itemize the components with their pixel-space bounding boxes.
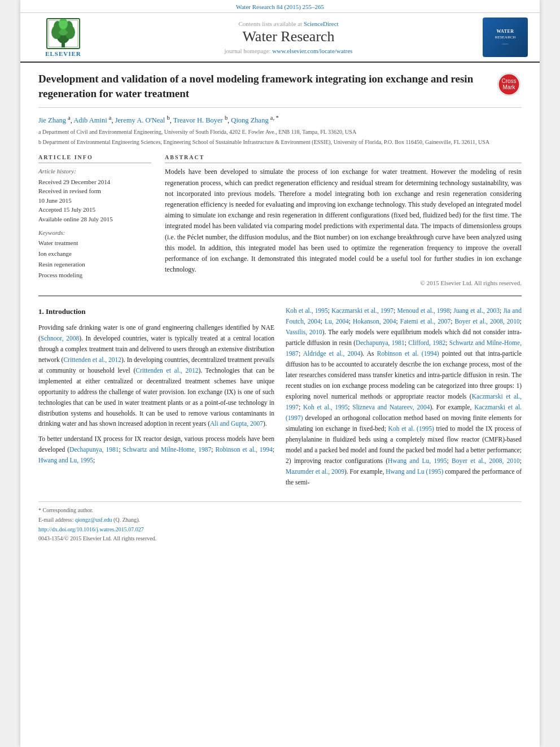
keyword-4: Process modeling (38, 270, 151, 281)
ref-hokanson-2004[interactable]: Hokanson, 2004 (353, 318, 396, 325)
svg-text:Mark: Mark (502, 84, 515, 90)
ref-aldridge-2004[interactable]: Aldridge et al., 2004 (303, 350, 361, 357)
crossmark-badge: Cross Mark (496, 72, 522, 97)
authors-section: Jie Zhang a, Adib Amini a, Jeremy A. O'N… (38, 115, 522, 125)
ref-menoud-1998[interactable]: Menoud et al., 1998 (397, 307, 449, 314)
ref-crittenden-2012a[interactable]: Crittenden et al., 2012 (63, 356, 121, 363)
article-content: Development and validation of a novel mo… (20, 63, 540, 551)
keyword-3: Resin regeneration (38, 259, 151, 270)
article-history-group: Article history: Received 29 December 20… (38, 167, 151, 224)
ref-dechapunya-1981[interactable]: Dechapunya, 1981 (69, 446, 119, 453)
received-date: Received 29 December 2014 (38, 177, 151, 187)
sciencedirect-link[interactable]: ScienceDirect (304, 20, 339, 27)
history-label: Article history: (38, 167, 151, 176)
ref-kaczmarski-1997[interactable]: Kaczmarski et al., 1997 (331, 307, 393, 314)
journal-header-center: Contents lists available at ScienceDirec… (97, 20, 480, 54)
available-date: Available online 28 July 2015 (38, 215, 151, 224)
wr-badge-subtitle: RESEARCH (495, 35, 516, 40)
wr-badge-title: WATER (496, 29, 514, 34)
journal-citation: Water Research 84 (2015) 255–265 (236, 3, 324, 10)
email-link[interactable]: qiongz@usf.edu (75, 517, 112, 523)
doi-line: http://dx.doi.org/10.1016/j.watres.2015.… (38, 526, 522, 534)
body-left-col: 1. Introduction Providing safe drinking … (38, 305, 274, 492)
article-info-abstract: Article Info Article history: Received 2… (38, 154, 522, 286)
ref-juang-2003[interactable]: Juang et al., 2003 (453, 307, 500, 314)
affiliation-a: a Department of Civil and Environmental … (38, 128, 522, 136)
ref-vassilis-2010[interactable]: Vassilis, 2010 (286, 329, 322, 335)
revised-label: Received in revised form (38, 186, 151, 196)
keyword-2: Ion exchange (38, 248, 151, 259)
revised-date: 10 June 2015 (38, 196, 151, 206)
doi-link[interactable]: http://dx.doi.org/10.1016/j.watres.2015.… (38, 526, 144, 532)
ref-hwang-lu-1995b[interactable]: Hwang and Lu, 1995 (388, 457, 447, 464)
elsevier-logo-area: ELSEVIER (29, 18, 97, 57)
elsevier-text: ELSEVIER (45, 50, 81, 57)
sciencedirect-label: Contents lists available at ScienceDirec… (97, 20, 480, 27)
ref-hwang-lu-1995[interactable]: Hwang and Lu, 1995 (38, 457, 93, 464)
ref-clifford-1982[interactable]: Clifford, 1982 (408, 339, 445, 346)
keywords-section: Keywords: Water treatment Ion exchange R… (38, 229, 151, 280)
ref-koh-1995[interactable]: Koh et al., 1995 (286, 307, 328, 314)
author-qiong-zhang: Qiong Zhang (231, 116, 268, 124)
svg-text:Cross: Cross (501, 78, 516, 84)
elsevier-logo: ELSEVIER (45, 18, 81, 57)
body-right-col: Koh et al., 1995; Kaczmarski et al., 199… (286, 305, 522, 492)
body-content: 1. Introduction Providing safe drinking … (38, 305, 522, 492)
journal-header: ELSEVIER Contents lists available at Sci… (20, 13, 540, 63)
issn-line: 0043-1354/© 2015 Elsevier Ltd. All right… (38, 535, 522, 541)
ref-schwartz-1987[interactable]: Schwartz and Milne-Home, 1987 (123, 446, 212, 453)
journal-homepage-link[interactable]: www.elsevier.com/locate/watres (272, 47, 352, 54)
intro-para-1: Providing safe drinking water is one of … (38, 322, 274, 430)
ref-fatemi-2007[interactable]: Fatemi et al., 2007 (400, 318, 450, 325)
elsevier-tree-icon (46, 18, 80, 49)
article-info-col: Article Info Article history: Received 2… (38, 154, 151, 286)
water-research-badge: WATER RESEARCH ~~~ (483, 18, 528, 57)
article-info-header: Article Info (38, 154, 151, 163)
ref-crittenden-2012b[interactable]: Crittenden et al., 2012 (135, 367, 198, 374)
keyword-1: Water treatment (38, 238, 151, 248)
ref-koh-1995b[interactable]: Koh et al., 1995 (303, 404, 348, 410)
ref-dechapunya-1981b[interactable]: Dechapunya, 1981 (356, 339, 405, 346)
ref-lu-2004[interactable]: Lu, 2004 (325, 318, 349, 325)
author-adib-amini: Adib Amini (73, 116, 107, 124)
affiliation-b: b Department of Environmental Engineerin… (38, 138, 522, 146)
svg-point-7 (59, 18, 68, 29)
author-jeremy-oneal: Jeremy A. O'Neal (115, 116, 165, 124)
accepted-date: Accepted 15 July 2015 (38, 205, 151, 215)
journal-top-bar: Water Research 84 (2015) 255–265 (20, 0, 540, 13)
ref-schnoor[interactable]: Schnoor, 2008 (41, 335, 79, 342)
ref-hwang-lu-1995c[interactable]: Hwang and Lu (1995) (386, 468, 443, 475)
crossmark-icon: Cross Mark (496, 72, 522, 97)
ref-koh-1995c[interactable]: Koh et al. (1995) (388, 425, 434, 432)
keywords-list: Water treatment Ion exchange Resin regen… (38, 238, 151, 280)
journal-badge-area: WATER RESEARCH ~~~ (480, 18, 531, 57)
journal-homepage: journal homepage: www.elsevier.com/locat… (97, 47, 480, 54)
corresponding-author-note: * Corresponding author. (38, 506, 522, 514)
section-divider (38, 295, 522, 296)
page: Water Research 84 (2015) 255–265 (20, 0, 540, 747)
article-title: Development and validation of a novel mo… (38, 72, 487, 101)
ref-slizneva-2004[interactable]: Slizneva and Natareev, 2004 (352, 404, 430, 410)
footnote-area: * Corresponding author. E-mail address: … (38, 501, 522, 541)
ref-mazumder-2009[interactable]: Mazumder et al., 2009 (286, 468, 344, 475)
ref-boyer-2008b[interactable]: Boyer et al., 2008, 2010 (452, 457, 520, 464)
wr-badge-wave: ~~~ (502, 42, 508, 46)
author-treavor-boyer: Treavor H. Boyer (173, 116, 223, 124)
introduction-title: 1. Introduction (38, 305, 274, 317)
abstract-header: Abstract (165, 154, 522, 163)
abstract-text: Models have been developed to simulate t… (165, 167, 522, 275)
right-para-1: Koh et al., 1995; Kaczmarski et al., 199… (286, 305, 522, 487)
ref-robinson-1994[interactable]: Robinson et al., 1994 (215, 446, 272, 453)
ref-robinson-1994b[interactable]: Robinson et al. (1994) (377, 350, 439, 357)
ref-ali-gupta[interactable]: Ali and Gupta, 2007 (210, 420, 263, 427)
journal-name: Water Research (97, 28, 480, 45)
intro-para-2: To better understand IX process for IX r… (38, 434, 274, 466)
author-jie-zhang: Jie Zhang (38, 116, 66, 124)
copyright-line: © 2015 Elsevier Ltd. All rights reserved… (165, 279, 522, 286)
email-line: E-mail address: qiongz@usf.edu (Q. Zhang… (38, 516, 522, 524)
keywords-label: Keywords: (38, 229, 151, 236)
article-title-section: Development and validation of a novel mo… (38, 72, 522, 108)
abstract-col: Abstract Models have been developed to s… (165, 154, 522, 286)
ref-boyer-2008[interactable]: Boyer et al., 2008, 2010 (454, 318, 519, 325)
